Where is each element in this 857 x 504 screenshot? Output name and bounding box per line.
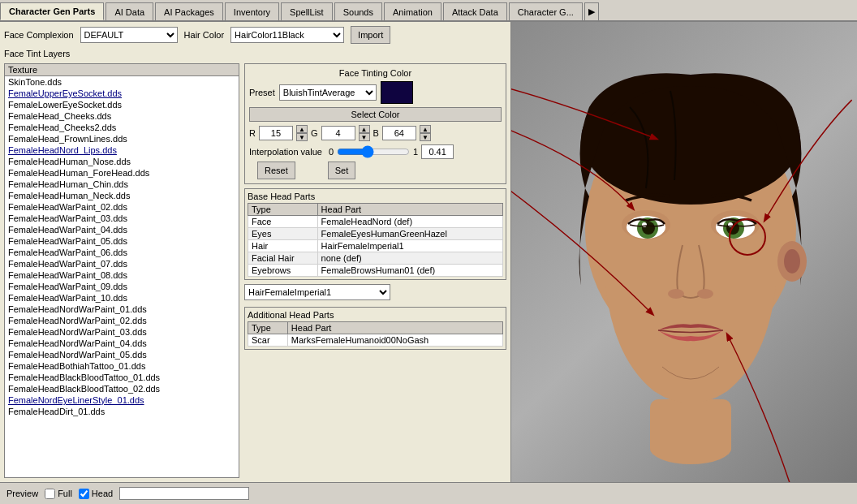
interp-value-input[interactable]: [421, 144, 454, 159]
base-head-parts-section: Base Head Parts Type Head Part FaceFemal…: [244, 188, 506, 280]
texture-item[interactable]: FemaleHeadWarPaint_09.dds: [5, 281, 239, 292]
texture-item[interactable]: FemaleUpperEyeSocket.dds: [5, 88, 239, 99]
texture-item[interactable]: FemaleHeadNordWarPaint_03.dds: [5, 326, 239, 338]
texture-item[interactable]: FemaleHeadWarPaint_07.dds: [5, 258, 239, 269]
texture-item[interactable]: FemaleHeadWarPaint_02.dds: [5, 201, 239, 213]
select-color-button[interactable]: Select Color: [249, 107, 502, 122]
face-complexion-dropdown[interactable]: DEFAULT: [80, 27, 178, 43]
texture-item[interactable]: FemaleNordEyeLinerStyle_01.dds: [5, 394, 239, 406]
texture-item[interactable]: FemaleHeadHuman_ForeHead.dds: [5, 167, 239, 179]
tab-attack-data[interactable]: Attack Data: [443, 2, 507, 20]
texture-item[interactable]: SkinTone.dds: [5, 76, 239, 88]
tab-spelllist[interactable]: SpellList: [281, 2, 333, 20]
b-input[interactable]: [382, 126, 416, 140]
r-spinner[interactable]: ▲ ▼: [296, 125, 308, 141]
texture-item[interactable]: FemaleHeadBlackBloodTattoo_02.dds: [5, 383, 239, 394]
reset-button[interactable]: Reset: [257, 162, 295, 179]
preset-row: Preset BluishTintAverage: [249, 81, 502, 104]
head-label: Head: [92, 489, 113, 498]
texture-item[interactable]: FemaleHeadWarPaint_05.dds: [5, 235, 239, 247]
texture-item[interactable]: FemaleHeadNordWarPaint_04.dds: [5, 338, 239, 349]
texture-item[interactable]: FemaleHead_Cheeks.dds: [5, 110, 239, 122]
texture-item[interactable]: FemaleHeadBothiahTattoo_01.dds: [5, 360, 239, 372]
face-tint-layers-label: Face Tint Layers: [4, 49, 506, 58]
face-tinting-box: Face Tinting Color Preset BluishTintAver…: [244, 63, 506, 184]
g-up-btn[interactable]: ▲: [359, 125, 370, 133]
texture-item[interactable]: FemaleHead_FrownLines.dds: [5, 133, 239, 144]
tab-inventory[interactable]: Inventory: [225, 2, 279, 20]
r-input[interactable]: [259, 126, 293, 140]
texture-item[interactable]: FemaleHeadHuman_Nose.dds: [5, 156, 239, 167]
base-col-type: Type: [248, 204, 318, 216]
texture-item[interactable]: FemaleHead_Cheeks2.dds: [5, 122, 239, 133]
interpolation-row: Interpolation value 0 1: [249, 144, 502, 159]
hair-color-dropdown[interactable]: HairColor11Black: [230, 27, 344, 43]
add-head-row[interactable]: ScarMarksFemaleHumanoid00NoGash: [248, 334, 503, 347]
texture-item[interactable]: FemaleHeadWarPaint_04.dds: [5, 224, 239, 235]
interp-min: 0: [329, 147, 334, 157]
character-head-svg: [511, 26, 849, 482]
tab-ai-packages[interactable]: AI Packages: [155, 2, 223, 20]
preset-dropdown[interactable]: BluishTintAverage: [279, 84, 377, 101]
interp-label: Interpolation value: [249, 147, 322, 157]
b-up-btn[interactable]: ▲: [420, 125, 431, 133]
import-button[interactable]: Import: [351, 26, 390, 44]
b-label: B: [373, 128, 379, 138]
texture-item[interactable]: FemaleHeadHuman_Neck.dds: [5, 190, 239, 201]
tab-animation[interactable]: Animation: [384, 2, 441, 20]
full-checkbox-label[interactable]: Full: [45, 489, 72, 499]
hair-dropdown-row: HairFemaleImperial1: [244, 284, 506, 300]
base-head-row[interactable]: FaceFemaleHeadNord (def): [248, 216, 503, 228]
interpolation-slider[interactable]: [337, 145, 410, 158]
full-label: Full: [58, 489, 72, 498]
b-down-btn[interactable]: ▼: [420, 133, 431, 141]
g-label: G: [311, 128, 318, 138]
tab-sounds[interactable]: Sounds: [334, 2, 382, 20]
hair-part-dropdown[interactable]: HairFemaleImperial1: [244, 284, 390, 300]
r-up-btn[interactable]: ▲: [296, 125, 308, 133]
r-label: R: [249, 128, 256, 138]
base-head-row[interactable]: Facial Hairnone (def): [248, 252, 503, 265]
base-head-row[interactable]: HairHairFemaleImperial1: [248, 240, 503, 252]
g-input[interactable]: [321, 126, 355, 140]
set-button[interactable]: Set: [328, 162, 356, 179]
bottom-bar: Preview Full Head: [0, 482, 857, 504]
full-checkbox[interactable]: [45, 489, 55, 499]
texture-item[interactable]: FemaleHeadNordWarPaint_05.dds: [5, 349, 239, 360]
texture-item[interactable]: FemaleHeadHuman_Chin.dds: [5, 179, 239, 190]
tab-ai-data[interactable]: AI Data: [106, 2, 153, 20]
additional-head-parts-section: Additional Head Parts Type Head Part Sca…: [244, 307, 506, 350]
texture-item[interactable]: FemaleLowerEyeSocket.dds: [5, 99, 239, 110]
texture-item[interactable]: FemaleHeadNord_Lips.dds: [5, 144, 239, 156]
texture-item[interactable]: FemaleHeadWarPaint_08.dds: [5, 269, 239, 281]
head-checkbox-label[interactable]: Head: [79, 489, 113, 499]
texture-item[interactable]: FemaleHeadDirt_01.dds: [5, 406, 239, 417]
base-head-row[interactable]: EyesFemaleEyesHumanGreenHazel: [248, 228, 503, 240]
rgb-row: R ▲ ▼ G ▲ ▼ B: [249, 125, 502, 141]
tab-char-gen-parts[interactable]: Character Gen Parts: [0, 2, 104, 20]
texture-item[interactable]: FemaleHeadNordWarPaint_02.dds: [5, 315, 239, 326]
texture-item[interactable]: FemaleHeadWarPaint_10.dds: [5, 292, 239, 304]
character-viewport: [511, 22, 857, 482]
preset-label: Preset: [249, 88, 275, 97]
add-col-type: Type: [248, 322, 288, 334]
texture-item[interactable]: FemaleHeadWarPaint_06.dds: [5, 247, 239, 258]
add-col-part: Head Part: [287, 322, 502, 334]
svg-point-5: [784, 249, 800, 274]
texture-item[interactable]: FemaleHeadBlackBloodTattoo_01.dds: [5, 372, 239, 383]
texture-item[interactable]: FemaleHeadWarPaint_03.dds: [5, 213, 239, 224]
additional-head-parts-table: Type Head Part ScarMarksFemaleHumanoid00…: [248, 321, 503, 347]
texture-list[interactable]: SkinTone.ddsFemaleUpperEyeSocket.ddsFema…: [4, 75, 239, 478]
base-head-row[interactable]: EyebrowsFemaleBrowsHuman01 (def): [248, 265, 503, 277]
color-preview-swatch: [381, 81, 413, 104]
b-spinner[interactable]: ▲ ▼: [420, 125, 431, 141]
hair-color-label: Hair Color: [184, 30, 225, 40]
head-checkbox[interactable]: [79, 489, 89, 499]
tab-character[interactable]: Character G...: [509, 2, 583, 20]
g-spinner[interactable]: ▲ ▼: [359, 125, 370, 141]
tab-scroll-right[interactable]: ▶: [584, 2, 599, 20]
g-down-btn[interactable]: ▼: [359, 133, 370, 141]
r-down-btn[interactable]: ▼: [296, 133, 308, 141]
texture-item[interactable]: FemaleHeadNordWarPaint_01.dds: [5, 304, 239, 315]
right-side-panel: Face Tinting Color Preset BluishTintAver…: [244, 63, 506, 478]
